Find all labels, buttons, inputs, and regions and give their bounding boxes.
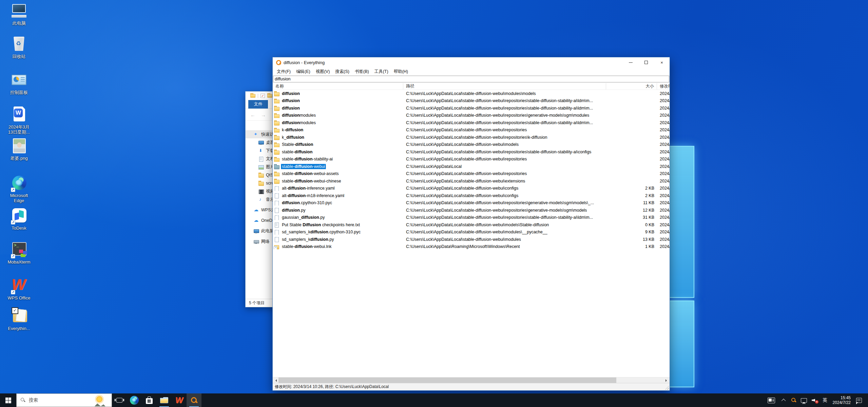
result-row[interactable]: stable-diffusion-webuiC:\Users\Luck\AppD… <box>273 163 670 170</box>
desktop-icon-todesk[interactable]: ToDesk <box>1 208 37 231</box>
menu-item[interactable]: 文件(F) <box>274 69 293 75</box>
everything-search-row <box>273 76 670 83</box>
result-row[interactable]: diffusionC:\Users\Luck\AppData\Local\sta… <box>273 90 670 97</box>
desktop[interactable]: 此电脑回收站控制面板2024年3月 13日星期...老婆.pngMicrosof… <box>0 0 868 407</box>
desktop-icon-wps[interactable]: WPS Office <box>1 277 37 301</box>
search-input[interactable] <box>273 76 669 82</box>
edge-icon <box>130 396 139 405</box>
weather-sun-icon[interactable] <box>94 395 105 406</box>
desktop-icon-recycle-bin[interactable]: 回收站 <box>1 36 37 59</box>
menu-item[interactable]: 帮助(H) <box>391 69 411 75</box>
desktop-icon-everything[interactable]: Everythin... <box>1 308 37 331</box>
taskbar-store-button[interactable] <box>142 393 157 407</box>
result-row[interactable]: diffusion.pyC:\Users\Luck\AppData\Local\… <box>273 207 670 214</box>
column-header-path[interactable]: 路径 <box>403 83 606 90</box>
taskbar-everything-button[interactable] <box>187 393 201 407</box>
desktop-icon-mobaxterm[interactable]: MobaXterm <box>1 241 37 265</box>
result-row[interactable]: stable-diffusion-webui.lnkC:\Users\Luck\… <box>273 243 670 251</box>
folder-icon <box>274 164 279 169</box>
file-size: 12 KB <box>606 208 657 213</box>
desktop-icon-wps-doc[interactable]: 2024年3月 13日星期... <box>1 106 37 135</box>
file-path: C:\Users\Luck\AppData\Local\stable-diffu… <box>403 91 606 96</box>
scrollbar-thumb[interactable] <box>278 377 616 383</box>
result-row[interactable]: diffusionC:\Users\Luck\AppData\Local\sta… <box>273 104 670 112</box>
folder-icon <box>274 171 279 176</box>
result-row[interactable]: sd_samplers_kdiffusion.pyC:\Users\Luck\A… <box>273 236 670 243</box>
result-row[interactable]: Put Stable Diffusion checkpoints here.tx… <box>273 221 670 229</box>
forward-icon[interactable]: → <box>261 112 266 118</box>
result-row[interactable]: k_diffusionC:\Users\Luck\AppData\Local\s… <box>273 134 670 141</box>
result-row[interactable]: Stable-diffusionC:\Users\Luck\AppData\Lo… <box>273 141 670 149</box>
file-path: C:\Users\Luck\AppData\Local\stable-diffu… <box>403 222 606 227</box>
column-header-size[interactable]: 大小 <box>606 83 657 90</box>
star-icon <box>254 132 259 137</box>
folder-icon <box>274 149 279 154</box>
result-row[interactable]: sd_samplers_kdiffusion.cpython-310.pycC:… <box>273 229 670 236</box>
file-modified: 2024/3 <box>657 237 670 242</box>
hidden-icons-chevron-icon[interactable] <box>782 399 786 403</box>
ime-indicator[interactable]: 英 <box>823 397 827 403</box>
desktop-icon-photo[interactable]: 老婆.png <box>1 138 37 161</box>
action-center-icon[interactable] <box>856 398 862 403</box>
store-icon <box>146 398 153 404</box>
taskbar-explorer-button[interactable] <box>157 393 172 407</box>
menu-item[interactable]: 视图(V) <box>313 69 333 75</box>
file-modified: 2024/3 <box>657 179 670 183</box>
taskbar-search-box[interactable]: 搜索 <box>16 393 112 407</box>
menu-item[interactable]: 书签(B) <box>352 69 372 75</box>
video-icon <box>258 189 264 194</box>
file-path: C:\Users\Luck\AppData\Local\stable-diffu… <box>403 106 606 111</box>
scroll-left-icon[interactable] <box>273 377 278 383</box>
maximize-button[interactable] <box>638 57 654 67</box>
result-row[interactable]: stable-diffusion-webui-chineseC:\Users\L… <box>273 177 670 185</box>
result-row[interactable]: k-diffusionC:\Users\Luck\AppData\Local\s… <box>273 127 670 134</box>
volume-muted-icon[interactable] <box>812 398 818 403</box>
minimize-button[interactable] <box>623 57 638 67</box>
file-modified: 2024/3 <box>657 91 670 96</box>
result-row[interactable]: diffusionmodulesC:\Users\Luck\AppData\Lo… <box>273 119 670 127</box>
horizontal-scrollbar[interactable] <box>273 377 670 383</box>
scroll-right-icon[interactable] <box>664 377 670 383</box>
network-icon[interactable] <box>801 398 807 403</box>
result-row[interactable]: diffusionmodulesC:\Users\Luck\AppData\Lo… <box>273 112 670 119</box>
task-view-button[interactable] <box>112 393 127 407</box>
pc-icon <box>254 229 259 233</box>
file-path: C:\Users\Luck\AppData\Local\stable-diffu… <box>403 135 606 140</box>
taskbar-wps-button[interactable]: W <box>172 393 187 407</box>
control-panel-icon <box>10 72 28 89</box>
desktop-icon-edge[interactable]: Microsoft Edge <box>1 175 37 203</box>
clock[interactable]: 15:45 2024/7/22 <box>833 395 851 405</box>
everything-tray-icon[interactable] <box>791 398 796 403</box>
column-header-modified[interactable]: 修改时间 <box>657 83 670 90</box>
file-icon <box>274 193 279 198</box>
result-row[interactable]: diffusion.cpython-310.pycC:\Users\Luck\A… <box>273 199 670 207</box>
result-row[interactable]: stable-diffusion-webui-assetsC:\Users\Lu… <box>273 170 670 178</box>
menu-item[interactable]: 搜索(S) <box>332 69 352 75</box>
checkbox-icon[interactable]: ✓ <box>261 94 265 98</box>
result-row[interactable]: stable-diffusionC:\Users\Luck\AppData\Lo… <box>273 148 670 156</box>
news-widget-icon[interactable] <box>768 398 775 403</box>
result-row[interactable]: diffusionC:\Users\Luck\AppData\Local\sta… <box>273 97 670 105</box>
result-row[interactable]: stable-diffusion-stability-aiC:\Users\Lu… <box>273 156 670 163</box>
everything-window[interactable]: diffusion - Everything × 文件(F)编辑(E)视图(V)… <box>272 57 670 391</box>
shortcut-arrow-icon <box>11 220 15 225</box>
column-header-name[interactable]: 名称 <box>273 83 403 90</box>
file-path: C:\Users\Luck\AppData\Local\stable-diffu… <box>403 230 606 234</box>
result-row[interactable]: alt-diffusion-m18-inference.yamlC:\Users… <box>273 192 670 199</box>
file-name: stable-diffusion-webui-chinese <box>273 178 403 184</box>
file-path: C:\Users\Luck\AppData\Local\stable-diffu… <box>403 193 606 198</box>
desktop-icon-control-panel[interactable]: 控制面板 <box>1 72 37 95</box>
tab-file[interactable]: 文件 <box>248 100 268 109</box>
close-button[interactable]: × <box>654 57 670 67</box>
file-path: C:\Users\Luck\AppData\Local\stable-diffu… <box>403 113 606 118</box>
menu-item[interactable]: 工具(T) <box>372 69 391 75</box>
start-button[interactable] <box>0 393 16 407</box>
back-icon[interactable]: ← <box>250 112 255 118</box>
menu-item[interactable]: 编辑(E) <box>293 69 313 75</box>
desktop-icon-this-pc[interactable]: 此电脑 <box>1 3 37 26</box>
clock-time: 15:45 <box>833 395 851 400</box>
taskbar-edge-button[interactable] <box>127 393 142 407</box>
result-row[interactable]: gaussian_diffusion.pyC:\Users\Luck\AppDa… <box>273 214 670 221</box>
everything-titlebar[interactable]: diffusion - Everything × <box>273 57 670 67</box>
result-row[interactable]: alt-diffusion-inference.yamlC:\Users\Luc… <box>273 185 670 192</box>
